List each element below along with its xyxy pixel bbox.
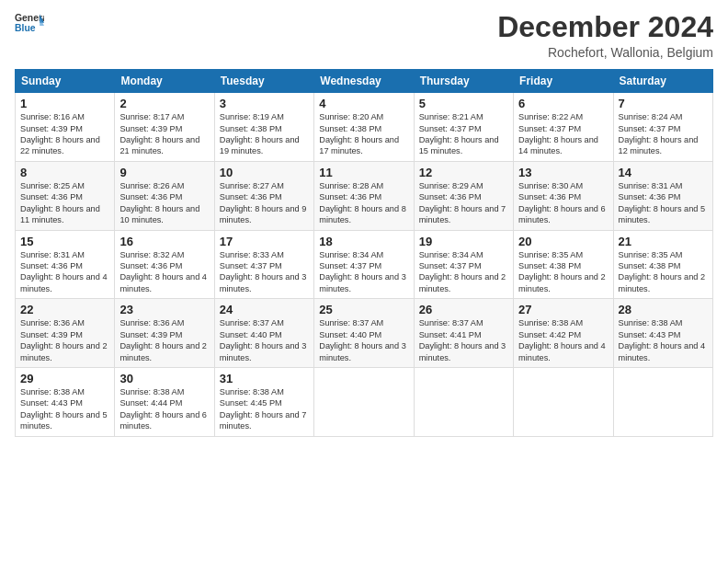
header-row: Sunday Monday Tuesday Wednesday Thursday… — [16, 70, 713, 93]
calendar-cell: 17Sunrise: 8:33 AMSunset: 4:37 PMDayligh… — [214, 230, 313, 299]
day-number: 24 — [220, 303, 309, 316]
calendar-cell: 16Sunrise: 8:32 AMSunset: 4:36 PMDayligh… — [115, 230, 214, 299]
day-info: Sunrise: 8:22 AMSunset: 4:37 PMDaylight:… — [518, 111, 608, 157]
day-info: Sunrise: 8:31 AMSunset: 4:36 PMDaylight:… — [619, 180, 708, 226]
calendar-cell: 5Sunrise: 8:21 AMSunset: 4:37 PMDaylight… — [414, 93, 513, 162]
day-info: Sunrise: 8:29 AMSunset: 4:36 PMDaylight:… — [419, 180, 508, 226]
location-subtitle: Rochefort, Wallonia, Belgium — [497, 45, 713, 60]
calendar-cell: 10Sunrise: 8:27 AMSunset: 4:36 PMDayligh… — [214, 161, 313, 230]
day-info: Sunrise: 8:38 AMSunset: 4:42 PMDaylight:… — [518, 317, 608, 363]
day-number: 12 — [419, 166, 508, 179]
day-number: 17 — [220, 235, 309, 248]
day-info: Sunrise: 8:37 AMSunset: 4:40 PMDaylight:… — [319, 317, 408, 363]
day-number: 31 — [220, 372, 309, 385]
calendar-cell: 30Sunrise: 8:38 AMSunset: 4:44 PMDayligh… — [115, 367, 214, 436]
day-info: Sunrise: 8:21 AMSunset: 4:37 PMDaylight:… — [419, 111, 508, 157]
col-sunday: Sunday — [16, 70, 115, 93]
header: General Blue December 2024 Rochefort, Wa… — [15, 11, 713, 60]
day-info: Sunrise: 8:19 AMSunset: 4:38 PMDaylight:… — [220, 111, 309, 157]
day-number: 2 — [119, 97, 209, 110]
calendar-table: Sunday Monday Tuesday Wednesday Thursday… — [15, 69, 713, 436]
day-info: Sunrise: 8:38 AMSunset: 4:44 PMDaylight:… — [119, 386, 209, 432]
calendar-cell: 31Sunrise: 8:38 AMSunset: 4:45 PMDayligh… — [214, 367, 313, 436]
day-number: 7 — [619, 97, 708, 110]
day-info: Sunrise: 8:16 AMSunset: 4:39 PMDaylight:… — [20, 111, 109, 157]
col-wednesday: Wednesday — [314, 70, 414, 93]
day-number: 16 — [119, 235, 209, 248]
day-number: 5 — [419, 97, 508, 110]
day-info: Sunrise: 8:38 AMSunset: 4:43 PMDaylight:… — [20, 386, 109, 432]
calendar-cell: 22Sunrise: 8:36 AMSunset: 4:39 PMDayligh… — [16, 299, 115, 368]
day-info: Sunrise: 8:38 AMSunset: 4:45 PMDaylight:… — [220, 386, 309, 432]
day-info: Sunrise: 8:35 AMSunset: 4:38 PMDaylight:… — [518, 249, 608, 295]
day-number: 19 — [419, 235, 508, 248]
day-info: Sunrise: 8:20 AMSunset: 4:38 PMDaylight:… — [319, 111, 408, 157]
day-info: Sunrise: 8:34 AMSunset: 4:37 PMDaylight:… — [419, 249, 508, 295]
calendar-cell: 28Sunrise: 8:38 AMSunset: 4:43 PMDayligh… — [613, 299, 712, 368]
svg-text:Blue: Blue — [15, 23, 36, 33]
day-number: 30 — [119, 372, 209, 385]
day-number: 1 — [20, 97, 109, 110]
calendar-cell: 14Sunrise: 8:31 AMSunset: 4:36 PMDayligh… — [613, 161, 712, 230]
day-info: Sunrise: 8:27 AMSunset: 4:36 PMDaylight:… — [220, 180, 309, 226]
day-number: 25 — [319, 303, 408, 316]
day-number: 26 — [419, 303, 508, 316]
calendar-cell: 27Sunrise: 8:38 AMSunset: 4:42 PMDayligh… — [514, 299, 613, 368]
day-info: Sunrise: 8:28 AMSunset: 4:36 PMDaylight:… — [319, 180, 408, 226]
day-info: Sunrise: 8:38 AMSunset: 4:43 PMDaylight:… — [619, 317, 708, 363]
day-number: 14 — [619, 166, 708, 179]
calendar-cell — [613, 367, 712, 436]
calendar-cell: 18Sunrise: 8:34 AMSunset: 4:37 PMDayligh… — [314, 230, 414, 299]
calendar-cell: 7Sunrise: 8:24 AMSunset: 4:37 PMDaylight… — [613, 93, 712, 162]
week-row-3: 15Sunrise: 8:31 AMSunset: 4:36 PMDayligh… — [16, 230, 713, 299]
day-number: 4 — [319, 97, 408, 110]
calendar-cell: 12Sunrise: 8:29 AMSunset: 4:36 PMDayligh… — [414, 161, 513, 230]
day-info: Sunrise: 8:35 AMSunset: 4:38 PMDaylight:… — [619, 249, 708, 295]
day-number: 8 — [20, 166, 109, 179]
day-number: 22 — [20, 303, 109, 316]
week-row-2: 8Sunrise: 8:25 AMSunset: 4:36 PMDaylight… — [16, 161, 713, 230]
day-info: Sunrise: 8:34 AMSunset: 4:37 PMDaylight:… — [319, 249, 408, 295]
col-thursday: Thursday — [414, 70, 513, 93]
calendar-cell: 23Sunrise: 8:36 AMSunset: 4:39 PMDayligh… — [115, 299, 214, 368]
calendar-cell — [414, 367, 513, 436]
calendar-cell: 3Sunrise: 8:19 AMSunset: 4:38 PMDaylight… — [214, 93, 313, 162]
calendar-cell: 2Sunrise: 8:17 AMSunset: 4:39 PMDaylight… — [115, 93, 214, 162]
day-info: Sunrise: 8:26 AMSunset: 4:36 PMDaylight:… — [119, 180, 209, 226]
day-number: 10 — [220, 166, 309, 179]
calendar-body: 1Sunrise: 8:16 AMSunset: 4:39 PMDaylight… — [16, 93, 713, 436]
calendar-cell: 6Sunrise: 8:22 AMSunset: 4:37 PMDaylight… — [514, 93, 613, 162]
calendar-cell: 29Sunrise: 8:38 AMSunset: 4:43 PMDayligh… — [16, 367, 115, 436]
day-number: 18 — [319, 235, 408, 248]
calendar-cell: 26Sunrise: 8:37 AMSunset: 4:41 PMDayligh… — [414, 299, 513, 368]
day-info: Sunrise: 8:17 AMSunset: 4:39 PMDaylight:… — [119, 111, 209, 157]
calendar-cell: 8Sunrise: 8:25 AMSunset: 4:36 PMDaylight… — [16, 161, 115, 230]
day-info: Sunrise: 8:33 AMSunset: 4:37 PMDaylight:… — [220, 249, 309, 295]
day-number: 6 — [518, 97, 608, 110]
col-friday: Friday — [514, 70, 613, 93]
main-container: General Blue December 2024 Rochefort, Wa… — [0, 0, 728, 444]
calendar-cell: 19Sunrise: 8:34 AMSunset: 4:37 PMDayligh… — [414, 230, 513, 299]
calendar-cell: 13Sunrise: 8:30 AMSunset: 4:36 PMDayligh… — [514, 161, 613, 230]
day-number: 21 — [619, 235, 708, 248]
calendar-cell: 9Sunrise: 8:26 AMSunset: 4:36 PMDaylight… — [115, 161, 214, 230]
week-row-4: 22Sunrise: 8:36 AMSunset: 4:39 PMDayligh… — [16, 299, 713, 368]
calendar-cell: 21Sunrise: 8:35 AMSunset: 4:38 PMDayligh… — [613, 230, 712, 299]
day-number: 29 — [20, 372, 109, 385]
day-number: 15 — [20, 235, 109, 248]
day-number: 9 — [119, 166, 209, 179]
month-title: December 2024 — [497, 11, 713, 43]
col-saturday: Saturday — [613, 70, 712, 93]
calendar-cell: 1Sunrise: 8:16 AMSunset: 4:39 PMDaylight… — [16, 93, 115, 162]
calendar-cell: 15Sunrise: 8:31 AMSunset: 4:36 PMDayligh… — [16, 230, 115, 299]
day-number: 11 — [319, 166, 408, 179]
calendar-cell: 20Sunrise: 8:35 AMSunset: 4:38 PMDayligh… — [514, 230, 613, 299]
week-row-5: 29Sunrise: 8:38 AMSunset: 4:43 PMDayligh… — [16, 367, 713, 436]
calendar-cell: 11Sunrise: 8:28 AMSunset: 4:36 PMDayligh… — [314, 161, 414, 230]
day-number: 3 — [220, 97, 309, 110]
day-info: Sunrise: 8:37 AMSunset: 4:40 PMDaylight:… — [220, 317, 309, 363]
day-info: Sunrise: 8:37 AMSunset: 4:41 PMDaylight:… — [419, 317, 508, 363]
logo-icon: General Blue — [15, 11, 44, 37]
col-monday: Monday — [115, 70, 214, 93]
day-info: Sunrise: 8:31 AMSunset: 4:36 PMDaylight:… — [20, 249, 109, 295]
